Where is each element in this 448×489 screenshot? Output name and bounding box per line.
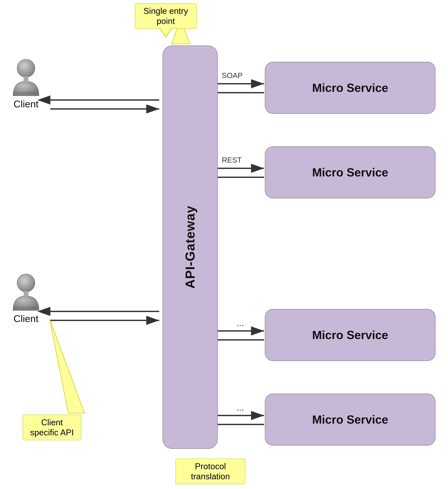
callout-single-entry-text: Single entry point xyxy=(144,6,188,26)
micro-service-1-label: Micro Service xyxy=(312,81,388,95)
dots-label-1: ... xyxy=(236,318,244,328)
svg-rect-20 xyxy=(24,76,28,82)
client-2-avatar xyxy=(10,273,42,311)
micro-service-3: Micro Service xyxy=(265,309,435,361)
dots-label-2: ... xyxy=(236,402,244,413)
client-1-avatar xyxy=(10,58,42,96)
soap-label: SOAP xyxy=(222,71,243,80)
micro-service-2: Micro Service xyxy=(265,146,435,198)
micro-service-2-label: Micro Service xyxy=(312,166,388,179)
client-2-label: Client xyxy=(14,313,38,324)
svg-point-19 xyxy=(17,59,35,77)
callout-client-specific-api-text: Client specific API xyxy=(30,418,74,437)
callout-protocol-translation-text: Protocol translation xyxy=(191,462,230,481)
svg-rect-23 xyxy=(24,291,28,297)
micro-service-4-label: Micro Service xyxy=(312,413,388,426)
client-1: Client xyxy=(10,58,42,110)
svg-marker-18 xyxy=(49,319,85,413)
micro-service-4: Micro Service xyxy=(265,393,435,446)
callout-client-specific-api: Client specific API xyxy=(23,415,81,440)
api-gateway: API-Gateway xyxy=(162,46,218,449)
micro-service-3-label: Micro Service xyxy=(312,328,388,342)
api-gateway-label: API-Gateway xyxy=(183,205,198,289)
callout-protocol-translation: Protocol translation xyxy=(176,459,245,484)
micro-service-1: Micro Service xyxy=(265,62,435,114)
svg-point-22 xyxy=(17,274,35,292)
rest-label: REST xyxy=(222,156,242,164)
callout-single-entry: Single entry point xyxy=(135,3,197,29)
client-2: Client xyxy=(10,273,42,324)
client-1-label: Client xyxy=(14,98,38,110)
